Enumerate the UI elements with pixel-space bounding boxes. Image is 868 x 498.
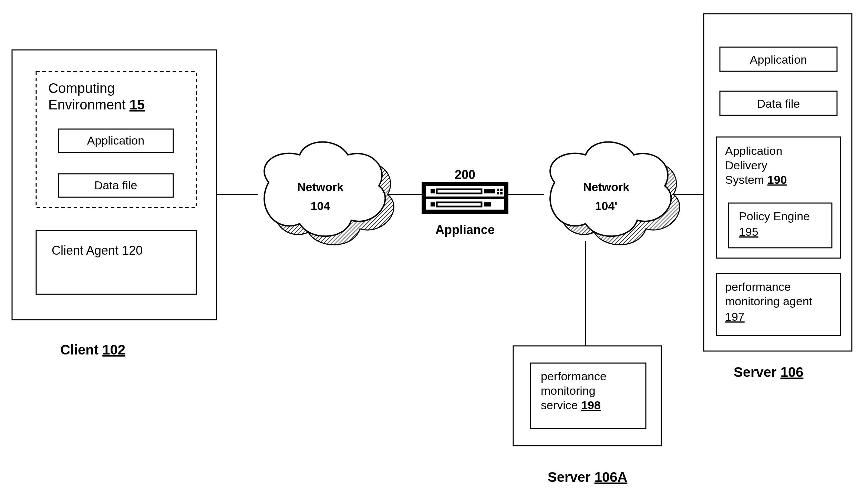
svg-text:service
       
      198: service 198 <box>541 399 601 412</box>
svg-rect-17 <box>484 202 491 206</box>
computing-env-ref: 15 <box>130 97 145 112</box>
perf-monitor-line2: monitoring agent <box>725 295 813 308</box>
server-main-ref: 106 <box>781 364 804 380</box>
svg-rect-7 <box>431 189 435 193</box>
client-agent-box <box>36 231 196 294</box>
svg-text:Client
           
      102: Client 102 <box>60 342 125 357</box>
server-application-label: Application <box>750 53 807 66</box>
pms-line3-ref: 198 <box>581 399 601 412</box>
network-1-label-line2: 104 <box>311 199 330 212</box>
client-label: Client <box>60 342 99 357</box>
svg-text:Server
           
      106A: Server 106A <box>548 469 627 485</box>
server-data-file-label: Data file <box>757 97 800 110</box>
svg-rect-9 <box>484 189 495 193</box>
svg-rect-12 <box>497 192 499 194</box>
server-bottom-label: Server <box>548 469 591 485</box>
network-2-label-line1: Network <box>583 180 629 193</box>
server-main-box: Application Data file Application Delive… <box>704 14 852 380</box>
client-agent-label: Client Agent 120 <box>52 243 143 257</box>
network-cloud-2: Network 104' <box>550 142 680 245</box>
network-cloud-1: Network 104 <box>264 142 394 245</box>
network-2-label-line2: 104' <box>595 199 618 212</box>
diagram-root: Network 104 Network 104' 200 Appliance C… <box>0 0 868 498</box>
svg-text:Server
           
      106: Server 106 <box>734 364 803 380</box>
computing-env-line2: Environment <box>48 97 126 112</box>
computing-env-line1: Computing <box>48 81 115 96</box>
ads-line3-ref: 190 <box>767 173 787 186</box>
client-application-label: Application <box>87 134 144 147</box>
client-ref: 102 <box>102 342 125 357</box>
pms-line3-prefix: service <box>541 399 578 412</box>
svg-rect-8 <box>437 189 482 193</box>
pms-line2: monitoring <box>541 384 596 397</box>
policy-engine-ref: 195 <box>739 225 758 238</box>
ads-line1: Application <box>725 144 782 157</box>
svg-text:Environment
       
      15: Environment 15 <box>48 97 145 112</box>
client-box: Computing Environment 15 Application Dat… <box>12 50 217 357</box>
svg-rect-16 <box>437 202 482 206</box>
server-bottom-box: performance monitoring service 198 Serve… <box>513 346 661 485</box>
svg-rect-11 <box>500 189 503 191</box>
server-bottom-ref: 106A <box>595 469 628 485</box>
svg-rect-10 <box>497 189 499 191</box>
svg-text:System
       
      190: System 190 <box>725 173 787 186</box>
client-data-file-label: Data file <box>94 179 137 192</box>
policy-engine-label: Policy Engine <box>739 210 810 223</box>
ads-line2: Delivery <box>725 159 767 172</box>
server-main-label: Server <box>734 364 777 380</box>
svg-rect-15 <box>431 202 435 206</box>
ads-line3-prefix: System <box>725 173 764 186</box>
appliance-node: 200 Appliance <box>424 168 506 237</box>
network-1-label-line1: Network <box>297 180 343 193</box>
perf-monitor-ref: 197 <box>725 310 745 323</box>
appliance-ref: 200 <box>455 168 475 182</box>
perf-monitor-line1: performance <box>725 280 791 293</box>
appliance-label: Appliance <box>435 223 495 237</box>
svg-rect-13 <box>500 192 503 194</box>
pms-line1: performance <box>541 370 607 383</box>
